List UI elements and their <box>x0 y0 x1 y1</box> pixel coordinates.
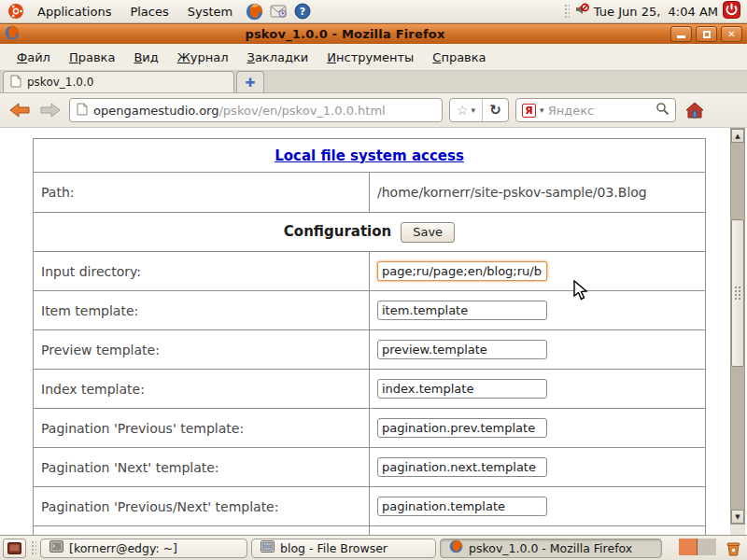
workspace-switcher <box>679 539 716 557</box>
workspace-2[interactable] <box>698 539 716 555</box>
firefox-launcher-icon[interactable] <box>245 2 263 21</box>
back-button[interactable] <box>7 100 32 120</box>
menu-file[interactable]: Файл <box>7 46 60 69</box>
menu-bookmarks[interactable]: Закладки <box>238 46 318 69</box>
new-tab-button[interactable]: ✚ <box>236 71 264 92</box>
navigation-toolbar: opengamestudio.org/pskov/en/pskov_1.0.0.… <box>0 93 747 128</box>
show-desktop-button[interactable] <box>3 539 26 558</box>
help-icon[interactable]: ? <box>293 2 312 21</box>
home-button[interactable] <box>683 100 707 120</box>
window-title: pskov_1.0.0 - Mozilla Firefox <box>23 27 667 41</box>
scroll-down-arrow-icon: ▼ <box>735 513 740 521</box>
scrollbar-grip-icon <box>734 286 742 301</box>
reload-button[interactable]: ↻ <box>482 99 508 121</box>
ubuntu-logo-icon[interactable] <box>7 2 25 21</box>
firefox-task-icon <box>449 539 463 556</box>
taskbar-grip-handle[interactable] <box>30 539 36 556</box>
taskbar-item-terminal[interactable]: [kornerr@edgy: ~] <box>40 539 247 558</box>
configuration-title: Configuration <box>284 223 391 240</box>
close-icon: ✕ <box>727 30 735 39</box>
configuration-table: Local file system access Path: /home/kor… <box>33 138 706 535</box>
path-value: /home/kornerr/site-pskov-sample/03.Blog <box>370 173 706 213</box>
gnome-top-panel: Applications Places System ? <box>0 0 747 23</box>
field-label: Input directory: <box>34 252 370 291</box>
workspace-1-active[interactable] <box>679 539 698 555</box>
search-input[interactable] <box>548 104 652 118</box>
maximize-button[interactable] <box>696 26 717 42</box>
volume-muted-icon[interactable] <box>574 2 589 21</box>
menu-view[interactable]: Вид <box>124 46 167 69</box>
save-button[interactable]: Save <box>401 222 455 243</box>
taskbar-item-file-browser[interactable]: blog - File Browser <box>251 539 436 558</box>
index-template-field[interactable] <box>377 379 547 399</box>
minimize-button[interactable] <box>670 26 692 42</box>
panel-clock[interactable]: Tue Jun 25, 4:04 AM <box>594 5 718 19</box>
scroll-down-button[interactable]: ▼ <box>731 510 744 524</box>
field-label: Pagination 'Previous' template: <box>34 409 370 448</box>
window-titlebar[interactable]: pskov_1.0.0 - Mozilla Firefox ✕ <box>0 23 747 44</box>
reload-icon: ↻ <box>489 102 501 119</box>
menu-tools[interactable]: Инструменты <box>317 46 423 69</box>
tab-label: pskov_1.0.0 <box>27 76 93 89</box>
table-row-preview-template: Preview template: <box>34 330 706 370</box>
input-directory-field[interactable] <box>377 261 547 281</box>
search-engine-caret-icon[interactable]: ▾ <box>540 105 544 115</box>
forward-button[interactable] <box>38 100 63 120</box>
item-template-field[interactable] <box>377 301 547 320</box>
magnifier-icon[interactable] <box>655 102 669 119</box>
vertical-scrollbar[interactable]: ▲ ▼ <box>730 128 745 525</box>
menu-edit[interactable]: Правка <box>60 46 124 69</box>
table-row-partial <box>34 526 706 536</box>
yandex-engine-icon[interactable]: Я <box>522 104 536 118</box>
pagination-next-template-field[interactable] <box>377 457 547 477</box>
path-label: Path: <box>34 173 370 213</box>
panel-grip-handle[interactable] <box>563 3 570 20</box>
applications-menu[interactable]: Applications <box>28 0 120 22</box>
bottom-taskbar: [kornerr@edgy: ~] blog - File Browser ps… <box>0 535 747 560</box>
scroll-up-button[interactable]: ▲ <box>731 129 744 143</box>
page-document-icon <box>10 75 21 91</box>
maximize-icon <box>703 31 711 38</box>
taskbar-item-firefox[interactable]: pskov_1.0.0 - Mozilla Firefox <box>440 539 662 558</box>
taskbar-item-label: pskov_1.0.0 - Mozilla Firefox <box>469 541 632 555</box>
local-file-system-access-link[interactable]: Local file system access <box>275 147 464 164</box>
close-button[interactable]: ✕ <box>721 26 742 42</box>
bookmark-caret-icon: ▾ <box>472 105 476 115</box>
pagination-prev-template-field[interactable] <box>377 418 547 438</box>
svg-text:?: ? <box>300 6 305 18</box>
search-box[interactable]: Я ▾ <box>515 98 676 122</box>
scrollbar-thumb[interactable] <box>731 219 744 367</box>
field-label: Pagination 'Next' template: <box>34 448 370 487</box>
system-menu[interactable]: System <box>178 0 242 22</box>
panel-notification-area: Tue Jun 25, 4:04 AM <box>563 1 743 22</box>
table-row-header: Local file system access <box>34 139 706 173</box>
taskbar-item-label: [kornerr@edgy: ~] <box>69 541 177 555</box>
window-firefox-icon <box>5 25 20 44</box>
preview-template-field[interactable] <box>377 340 547 359</box>
pagination-template-field[interactable] <box>377 497 547 516</box>
table-row-item-template: Item template: <box>34 291 706 330</box>
quit-power-icon[interactable] <box>723 1 740 22</box>
table-row-input-directory: Input directory: <box>34 252 706 291</box>
url-path: /pskov/en/pskov_1.0.0.html <box>218 104 385 118</box>
places-menu[interactable]: Places <box>120 0 177 22</box>
table-row-pagination-next: Pagination 'Next' template: <box>34 448 706 487</box>
tab-pskov[interactable]: pskov_1.0.0 <box>3 71 234 92</box>
field-label: Preview template: <box>34 330 370 370</box>
tab-strip: pskov_1.0.0 ✚ <box>0 71 747 93</box>
star-icon: ☆ <box>457 103 469 118</box>
menu-help[interactable]: Справка <box>423 46 495 69</box>
minimize-icon <box>677 35 685 38</box>
taskbar-item-label: blog - File Browser <box>280 541 388 555</box>
menu-history[interactable]: Журнал <box>168 46 238 69</box>
url-text: opengamestudio.org/pskov/en/pskov_1.0.0.… <box>93 104 386 118</box>
url-host: opengamestudio.org <box>93 104 218 118</box>
url-bar[interactable]: opengamestudio.org/pskov/en/pskov_1.0.0.… <box>69 98 443 122</box>
mail-icon[interactable] <box>269 2 288 21</box>
trash-icon[interactable] <box>722 538 744 558</box>
bookmark-star-button[interactable]: ☆ ▾ <box>450 99 482 121</box>
url-tools-group: ☆ ▾ ↻ <box>449 98 509 122</box>
table-row-pagination-prevnext: Pagination 'Previous/Next' template: <box>34 487 706 526</box>
field-label: Item template: <box>34 291 370 330</box>
site-favicon <box>77 103 88 119</box>
